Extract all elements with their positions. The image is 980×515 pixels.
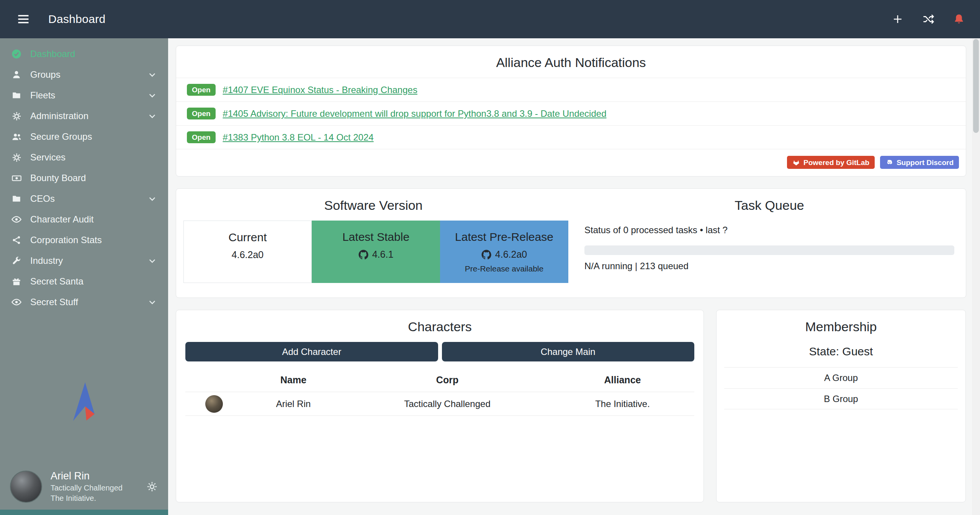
user-icon <box>11 69 22 80</box>
bottom-row: Characters Add Character Change Main Nam… <box>176 310 974 502</box>
app-window: Dashboard <box>0 0 980 515</box>
add-character-button[interactable]: Add Character <box>185 342 438 361</box>
version-number: 4.6.2a0 <box>495 249 527 260</box>
header-name: Name <box>243 374 344 386</box>
membership-card: Membership State: Guest A Group B Group <box>716 310 966 502</box>
cell-name: Ariel Rin <box>243 399 344 409</box>
gift-icon <box>11 276 22 287</box>
sidebar-item-label: Bounty Board <box>30 173 86 183</box>
sidebar-item-groups[interactable]: Groups <box>0 64 168 85</box>
sidebar-item-dashboard[interactable]: Dashboard <box>0 44 168 64</box>
header-corp: Corp <box>344 374 551 386</box>
gear-icon[interactable] <box>146 481 158 493</box>
share-icon <box>11 234 22 246</box>
chevron-down-icon[interactable] <box>147 111 157 121</box>
status-badge: Open <box>187 131 216 143</box>
sidebar-item-bounty-board[interactable]: Bounty Board <box>0 168 168 188</box>
sidebar-item-industry[interactable]: Industry <box>0 250 168 271</box>
sidebar-item-label: Industry <box>30 255 63 266</box>
notifications-card: Alliance Auth Notifications Open #1407 E… <box>176 46 966 177</box>
discord-badge[interactable]: Support Discord <box>880 156 959 169</box>
chevron-down-icon[interactable] <box>147 70 157 80</box>
prerelease-note: Pre-Release available <box>440 264 568 273</box>
eye-icon <box>11 296 22 308</box>
notification-row: Open #1405 Advisory: Future development … <box>176 101 966 125</box>
version-label: Latest Stable <box>312 231 440 244</box>
version-number: 4.6.1 <box>372 249 394 260</box>
notification-row: Open #1407 EVE Equinox Status - Breaking… <box>176 78 966 101</box>
discord-badge-label: Support Discord <box>897 159 954 166</box>
task-queue-section: Task Queue Status of 0 processed tasks •… <box>571 189 966 283</box>
notification-row: Open #1383 Python 3.8 EOL - 14 Oct 2024 <box>176 125 966 149</box>
chevron-down-icon[interactable] <box>147 297 157 307</box>
status-badge: Open <box>187 108 216 119</box>
software-version-title: Software Version <box>176 189 571 221</box>
task-queue-progressbar <box>584 245 954 255</box>
sidebar-item-label: Secret Santa <box>30 276 83 287</box>
sidebar-item-label: CEOs <box>30 193 55 204</box>
task-queue-status: Status of 0 processed tasks • last ? <box>584 225 954 235</box>
sidebar-item-label: Corporation Stats <box>30 235 102 245</box>
chevron-down-icon[interactable] <box>147 194 157 204</box>
menu-icon[interactable] <box>15 10 32 28</box>
avatar-cell <box>185 395 243 413</box>
notification-link[interactable]: #1405 Advisory: Future development will … <box>223 108 607 119</box>
notification-link[interactable]: #1383 Python 3.8 EOL - 14 Oct 2024 <box>223 132 374 143</box>
character-avatar <box>205 395 223 413</box>
sidebar-item-label: Services <box>30 152 65 163</box>
characters-title: Characters <box>176 310 704 342</box>
user-corp: Tactically Challenged <box>51 484 123 492</box>
sidebar-item-label: Groups <box>30 69 61 80</box>
scrollbar-thumb[interactable] <box>973 39 979 133</box>
table-row[interactable]: Ariel Rin Tactically Challenged The Init… <box>185 392 694 416</box>
page-scrollbar[interactable] <box>972 38 980 515</box>
bell-icon[interactable] <box>952 13 965 26</box>
main-content: Alliance Auth Notifications Open #1407 E… <box>168 38 980 515</box>
list-item: B Group <box>724 388 958 409</box>
sidebar-item-character-audit[interactable]: Character Audit <box>0 209 168 230</box>
bill-icon <box>11 172 22 184</box>
version-number: 4.6.2a0 <box>232 249 263 260</box>
shuffle-icon[interactable] <box>922 13 935 26</box>
notification-link[interactable]: #1407 EVE Equinox Status - Breaking Chan… <box>223 85 417 95</box>
chevron-down-icon[interactable] <box>147 256 157 266</box>
chevron-down-icon[interactable] <box>147 90 157 101</box>
sidebar-item-fleets[interactable]: Fleets <box>0 85 168 106</box>
characters-table-header: Name Corp Alliance <box>185 371 694 392</box>
gitlab-badge[interactable]: Powered by GitLab <box>787 156 875 169</box>
sidebar-item-ceos[interactable]: CEOs <box>0 188 168 209</box>
sidebar-item-secret-santa[interactable]: Secret Santa <box>0 271 168 292</box>
folder-icon <box>11 90 22 101</box>
sidebar-item-corporation-stats[interactable]: Corporation Stats <box>0 230 168 250</box>
sidebar-item-label: Secret Stuff <box>30 297 78 307</box>
plus-icon[interactable] <box>891 13 904 26</box>
cell-corp: Tactically Challenged <box>344 399 551 409</box>
alliance-logo <box>0 379 168 425</box>
sidebar-item-label: Character Audit <box>30 214 93 225</box>
sidebar-item-services[interactable]: Services <box>0 147 168 168</box>
change-main-button[interactable]: Change Main <box>442 342 695 361</box>
main-layout: Dashboard Groups Fleets <box>0 38 980 515</box>
sidebar-item-label: Secure Groups <box>30 131 92 142</box>
sidebar: Dashboard Groups Fleets <box>0 38 168 515</box>
sidebar-menu: Dashboard Groups Fleets <box>0 38 168 312</box>
sidebar-item-label: Fleets <box>30 90 55 101</box>
characters-table: Name Corp Alliance Ariel Rin Tactically … <box>176 371 704 416</box>
version-cell-current: Current 4.6.2a0 <box>183 221 312 283</box>
user-avatar <box>10 471 42 503</box>
sidebar-item-secret-stuff[interactable]: Secret Stuff <box>0 292 168 312</box>
gitlab-badge-label: Powered by GitLab <box>803 159 869 166</box>
version-table: Current 4.6.2a0 Latest Stable 4.6.1 <box>183 221 571 283</box>
character-buttons: Add Character Change Main <box>176 342 704 361</box>
header-alliance: Alliance <box>551 374 694 386</box>
sidebar-item-secure-groups[interactable]: Secure Groups <box>0 126 168 147</box>
folder-icon <box>11 193 22 204</box>
github-icon <box>358 250 368 260</box>
github-icon <box>481 250 491 260</box>
user-panel[interactable]: Ariel Rin Tactically Challenged The Init… <box>0 464 168 510</box>
notifications-footer: Powered by GitLab Support Discord <box>176 149 966 176</box>
sidebar-item-label: Dashboard <box>30 49 75 59</box>
user-name: Ariel Rin <box>51 470 123 482</box>
task-queue-counts: N/A running | 213 queued <box>584 261 954 271</box>
sidebar-item-administration[interactable]: Administration <box>0 106 168 126</box>
